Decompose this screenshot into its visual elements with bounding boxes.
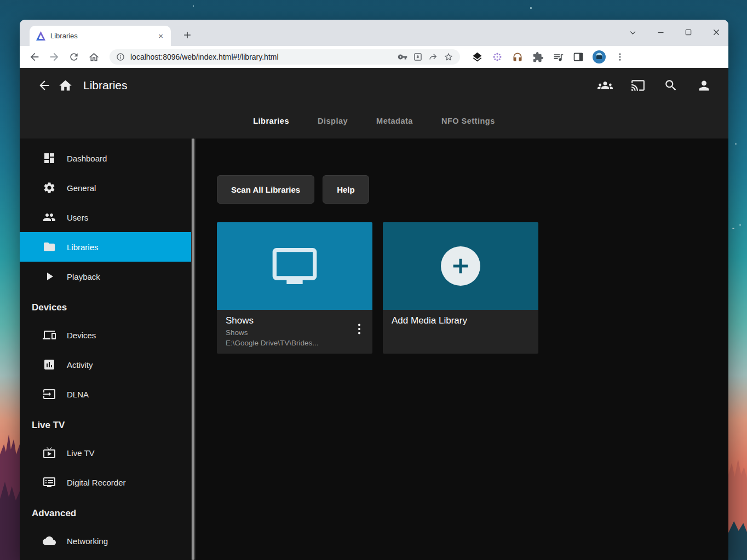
browser-window: Libraries × localhost [20, 20, 728, 560]
new-tab-button[interactable] [180, 27, 195, 43]
sidebar-item-general[interactable]: General [20, 173, 196, 203]
close-icon[interactable] [712, 28, 721, 37]
layers-extension-icon[interactable] [471, 51, 483, 63]
play-icon [43, 270, 56, 283]
sidebar-item-digital-recorder[interactable]: Digital Recorder [20, 467, 196, 497]
browser-tab-strip: Libraries × [20, 20, 728, 46]
back-arrow-icon[interactable] [34, 75, 55, 96]
sidebar-item-live-tv[interactable]: Live TV [20, 438, 196, 467]
actions-row: Scan All Libraries Help [217, 175, 728, 204]
activity-chart-icon [43, 358, 56, 371]
sidebar-item-label: Live TV [67, 448, 95, 458]
tab-metadata[interactable]: Metadata [376, 117, 413, 125]
scrollbar-thumb[interactable] [192, 138, 194, 560]
minimize-icon[interactable] [657, 28, 665, 37]
settings-tabs: Libraries Display Metadata NFO Settings [20, 103, 728, 138]
app-header: Libraries [20, 68, 728, 103]
forward-button[interactable] [46, 49, 62, 65]
sidebar-item-label: Networking [67, 536, 108, 546]
wallpaper-star [739, 224, 741, 226]
sidebar-section-devices: Devices [20, 302, 196, 313]
maximize-icon[interactable] [685, 28, 692, 36]
sidebar-item-label: General [67, 183, 96, 193]
library-card-path: E:\Google Drive\TV\Brides... [226, 339, 349, 347]
add-card-image[interactable] [383, 222, 538, 310]
add-card-title: Add Media Library [392, 315, 530, 326]
add-media-library-card[interactable]: Add Media Library [383, 222, 538, 354]
install-app-icon[interactable] [413, 52, 423, 62]
headphones-extension-icon[interactable] [512, 51, 524, 63]
share-icon[interactable] [428, 52, 438, 62]
browser-tab[interactable]: Libraries × [30, 26, 171, 46]
home-icon[interactable] [55, 75, 76, 96]
library-card-image[interactable] [217, 222, 372, 310]
tab-display[interactable]: Display [318, 117, 348, 125]
password-key-icon[interactable] [398, 52, 407, 62]
jellyfin-favicon-icon [36, 31, 45, 41]
tab-search-chevron-icon[interactable] [629, 28, 637, 37]
folder-icon [43, 240, 56, 253]
sidebar-item-label: Users [67, 213, 88, 222]
tab-title: Libraries [50, 32, 151, 40]
profile-avatar[interactable] [593, 50, 606, 63]
input-icon [43, 388, 56, 401]
window-controls [629, 20, 721, 45]
reload-button[interactable] [66, 49, 82, 65]
content-area: Dashboard General Users [20, 138, 728, 560]
sidebar-item-libraries[interactable]: Libraries [20, 232, 196, 262]
library-card-title: Shows [226, 315, 364, 326]
sidebar-item-label: DLNA [67, 390, 89, 399]
sidebar: Dashboard General Users [20, 138, 196, 560]
sidebar-item-label: Activity [67, 360, 93, 370]
site-info-icon[interactable] [116, 53, 125, 61]
people-icon [43, 211, 56, 224]
plus-icon [182, 30, 193, 41]
mandala-extension-icon[interactable] [491, 51, 503, 63]
tab-close-icon[interactable]: × [156, 31, 165, 41]
sidebar-item-label: Dashboard [67, 154, 107, 163]
library-cards: Shows Shows E:\Google Drive\TV\Brides... [217, 222, 728, 354]
tab-libraries[interactable]: Libraries [253, 117, 289, 125]
url-text[interactable]: localhost:8096/web/index.html#!/library.… [130, 53, 392, 61]
header-actions [595, 75, 714, 96]
sidebar-item-dlna[interactable]: DLNA [20, 379, 196, 409]
sidebar-item-label: Devices [67, 331, 96, 340]
sidebar-item-activity[interactable]: Activity [20, 350, 196, 379]
library-card-footer: Shows Shows E:\Google Drive\TV\Brides... [217, 310, 372, 354]
library-card-type: Shows [226, 328, 364, 337]
help-button[interactable]: Help [323, 175, 369, 204]
browser-toolbar: localhost:8096/web/index.html#!/library.… [20, 46, 728, 68]
sidebar-item-networking[interactable]: Networking [20, 526, 196, 556]
scan-all-libraries-button[interactable]: Scan All Libraries [217, 175, 314, 204]
wallpaper-star [735, 143, 737, 145]
back-button[interactable] [26, 49, 43, 65]
address-bar[interactable]: localhost:8096/web/index.html#!/library.… [110, 49, 460, 65]
chrome-menu-icon[interactable] [614, 51, 626, 63]
side-panel-icon[interactable] [572, 51, 584, 63]
sidebar-item-playback[interactable]: Playback [20, 262, 196, 291]
more-vert-icon[interactable] [354, 322, 365, 338]
sidebar-item-label: Libraries [67, 243, 99, 252]
sidebar-item-dashboard[interactable]: Dashboard [20, 143, 196, 173]
sidebar-section-live-tv: Live TV [20, 420, 196, 431]
cast-icon[interactable] [628, 75, 648, 96]
search-icon[interactable] [660, 75, 681, 96]
sidebar-item-label: Digital Recorder [67, 478, 126, 487]
tab-nfo-settings[interactable]: NFO Settings [441, 117, 495, 125]
users-group-icon[interactable] [595, 75, 616, 96]
add-plus-icon [441, 246, 480, 286]
sidebar-item-devices[interactable]: Devices [20, 320, 196, 350]
devices-icon [43, 328, 56, 342]
bookmark-star-icon[interactable] [444, 52, 453, 62]
sidebar-item-users[interactable]: Users [20, 203, 196, 232]
sidebar-item-label: Playback [67, 272, 100, 281]
account-icon[interactable] [693, 75, 714, 96]
sidebar-scrollbar[interactable] [191, 138, 196, 560]
cloud-icon [43, 534, 56, 547]
extensions-puzzle-icon[interactable] [532, 51, 544, 63]
media-playlist-icon[interactable] [552, 51, 564, 63]
add-card-footer: Add Media Library [383, 310, 538, 354]
home-button[interactable] [85, 49, 102, 65]
settings-gear-icon [43, 181, 56, 194]
library-card-shows[interactable]: Shows Shows E:\Google Drive\TV\Brides... [217, 222, 372, 354]
